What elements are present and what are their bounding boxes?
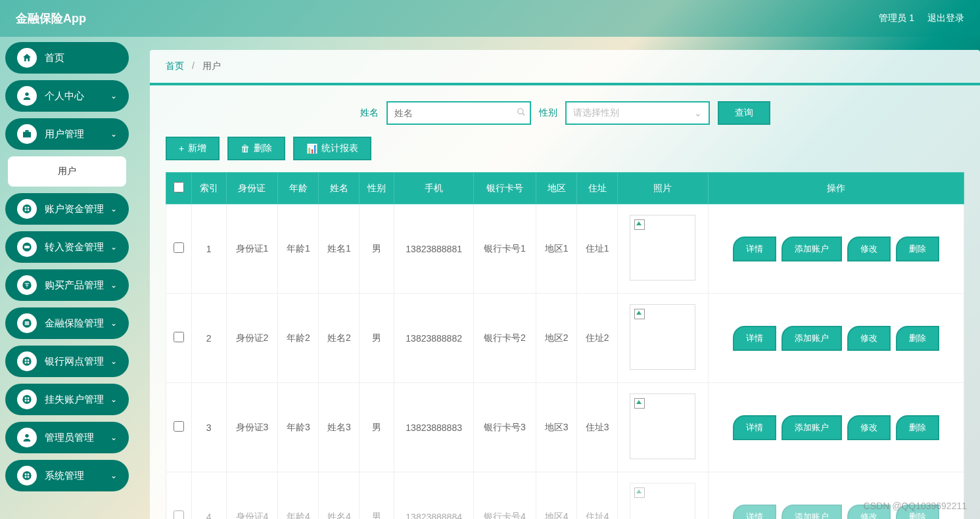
- plus-icon: +: [179, 143, 184, 154]
- cell-photo: [618, 294, 709, 383]
- gender-select[interactable]: 请选择性别 ⌄: [565, 101, 710, 125]
- sidebar-item-label: 账户资金管理: [45, 203, 110, 215]
- add-account-button[interactable]: 添加账户: [782, 505, 842, 520]
- cell-phone: 13823888882: [394, 294, 474, 383]
- sidebar-item-lost[interactable]: 挂失账户管理⌄: [5, 384, 129, 415]
- grid-icon: [17, 199, 37, 219]
- sidebar-item-system[interactable]: 系统管理⌄: [5, 460, 129, 491]
- cell-name: 姓名3: [319, 383, 360, 472]
- sidebar-item-label: 金融保险管理: [45, 317, 110, 330]
- query-button[interactable]: 查询: [718, 101, 770, 125]
- sidebar-item-admin[interactable]: 管理员管理⌄: [5, 422, 129, 453]
- briefcase-icon: [17, 124, 37, 144]
- chevron-down-icon: ⌄: [110, 129, 117, 139]
- cell-photo: [618, 383, 709, 472]
- cell-age: 年龄4: [278, 472, 319, 520]
- cell-addr: 住址2: [577, 294, 618, 383]
- svg-rect-24: [28, 474, 30, 476]
- sidebar-item-account[interactable]: 账户资金管理⌄: [5, 193, 129, 225]
- add-label: 新增: [188, 143, 206, 154]
- svg-rect-14: [25, 362, 27, 364]
- edit-button[interactable]: 修改: [847, 415, 891, 440]
- cell-gender: 男: [360, 294, 394, 383]
- chevron-down-icon: ⌄: [110, 395, 117, 404]
- cell-gender: 男: [360, 204, 394, 294]
- edit-button[interactable]: 修改: [847, 505, 891, 520]
- table-header: 地区: [536, 173, 577, 204]
- logout-link[interactable]: 退出登录: [927, 12, 964, 24]
- cell-index: 4: [191, 472, 226, 520]
- svg-point-22: [22, 471, 31, 480]
- table-header: 银行卡号: [474, 173, 536, 204]
- select-all-checkbox[interactable]: [174, 182, 184, 192]
- row-checkbox[interactable]: [174, 421, 184, 432]
- detail-button[interactable]: 详情: [733, 237, 776, 261]
- sidebar-item-users[interactable]: 用户管理⌄: [5, 118, 129, 150]
- table-row: 3身份证3年龄3姓名3男13823888883银行卡号3地区3住址3详情添加账户…: [166, 383, 964, 472]
- table-row: 4身份证4年龄4姓名4男13823888884银行卡号4地区4住址4详情添加账户…: [166, 472, 964, 520]
- sidebar-subitem-users[interactable]: 用户: [8, 156, 126, 187]
- edit-button[interactable]: 修改: [847, 237, 891, 261]
- cell-name: 姓名4: [319, 472, 360, 520]
- sidebar-item-profile[interactable]: 个人中心⌄: [5, 80, 129, 112]
- edit-button[interactable]: 修改: [847, 326, 891, 351]
- grid-icon: [17, 466, 37, 485]
- cell-age: 年龄3: [278, 383, 319, 472]
- data-table: 索引身份证年龄姓名性别手机银行卡号地区住址照片操作 1身份证1年龄1姓名1男13…: [166, 172, 964, 519]
- chevron-down-icon: ⌄: [110, 433, 117, 442]
- svg-rect-18: [28, 397, 30, 399]
- svg-rect-19: [25, 400, 27, 402]
- breadcrumb-home[interactable]: 首页: [166, 60, 184, 71]
- sidebar-item-home[interactable]: 首页: [5, 42, 129, 74]
- row-checkbox[interactable]: [174, 332, 184, 342]
- svg-rect-3: [25, 207, 27, 209]
- svg-rect-5: [25, 210, 27, 212]
- broken-image-icon: [630, 304, 695, 370]
- svg-rect-20: [28, 400, 30, 402]
- list-icon: [17, 313, 37, 333]
- row-checkbox[interactable]: [174, 242, 184, 253]
- table-header: 照片: [618, 173, 709, 204]
- app-title: 金融保险App: [16, 11, 86, 26]
- cell-addr: 住址3: [577, 383, 618, 472]
- sidebar-item-branch[interactable]: 银行网点管理⌄: [5, 346, 129, 377]
- cell-index: 1: [191, 204, 226, 294]
- chart-icon: 📊: [306, 143, 317, 154]
- user-label[interactable]: 管理员 1: [879, 12, 914, 24]
- sidebar-item-label: 个人中心: [45, 90, 110, 102]
- cell-idcard: 身份证1: [226, 204, 278, 294]
- cell-index: 2: [191, 294, 226, 383]
- cell-name: 姓名2: [319, 294, 360, 383]
- delete-button[interactable]: 🗑 删除: [227, 137, 285, 160]
- svg-rect-23: [25, 474, 27, 476]
- sidebar-item-transfer[interactable]: 转入资金管理⌄: [5, 231, 129, 263]
- report-button[interactable]: 📊 统计报表: [293, 137, 371, 160]
- cell-area: 地区2: [536, 294, 577, 383]
- delete-label: 删除: [254, 143, 272, 154]
- gender-placeholder: 请选择性别: [573, 107, 619, 119]
- row-checkbox[interactable]: [174, 510, 184, 519]
- row-delete-button[interactable]: 删除: [896, 415, 939, 440]
- cell-phone: 13823888881: [394, 204, 474, 294]
- grid-icon: [17, 351, 37, 371]
- sidebar-item-buy[interactable]: 购买产品管理⌄: [5, 269, 129, 301]
- cell-bank: 银行卡号4: [474, 472, 536, 520]
- add-button[interactable]: + 新增: [166, 137, 220, 160]
- table-header: 住址: [577, 173, 618, 204]
- sidebar-item-label: 银行网点管理: [45, 355, 110, 368]
- chevron-down-icon: ⌄: [110, 357, 117, 366]
- detail-button[interactable]: 详情: [733, 326, 776, 351]
- add-account-button[interactable]: 添加账户: [782, 326, 842, 351]
- name-input[interactable]: [386, 101, 531, 125]
- row-delete-button[interactable]: 删除: [896, 237, 939, 261]
- svg-point-21: [25, 434, 28, 438]
- detail-button[interactable]: 详情: [733, 505, 776, 520]
- sidebar: 首页个人中心⌄用户管理⌄用户账户资金管理⌄转入资金管理⌄购买产品管理⌄金融保险管…: [0, 37, 131, 519]
- cell-area: 地区3: [536, 383, 577, 472]
- add-account-button[interactable]: 添加账户: [782, 415, 842, 440]
- add-account-button[interactable]: 添加账户: [782, 237, 842, 261]
- row-delete-button[interactable]: 删除: [896, 505, 939, 520]
- detail-button[interactable]: 详情: [733, 415, 776, 440]
- sidebar-item-insurance[interactable]: 金融保险管理⌄: [5, 307, 129, 339]
- row-delete-button[interactable]: 删除: [896, 326, 939, 351]
